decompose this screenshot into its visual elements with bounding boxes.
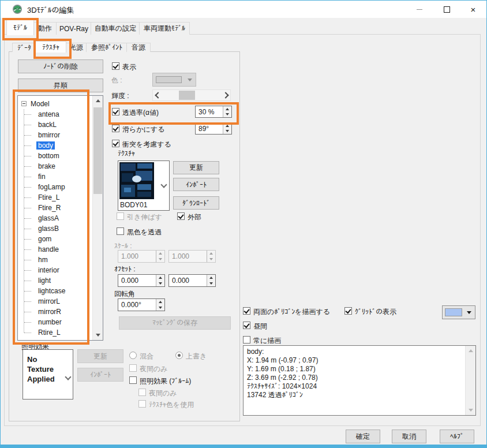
tab-vehicle-dynamics[interactable]: 車両運動ﾓﾃﾞﾙ [139,22,190,35]
stretch-label: 引き伸ばす [127,212,162,222]
tree-item-foglamp[interactable]: fogLamp [21,182,91,192]
rotation-spinner[interactable]: 0.000° [118,298,165,311]
tree-item-lightcase[interactable]: lightcase [21,286,91,296]
tab-motion[interactable]: 動作 [33,22,57,35]
tab-povray[interactable]: POV-Ray [56,22,92,35]
tab-model[interactable]: ﾓﾃﾞﾙ [6,20,34,35]
texture-preview-image [119,162,154,199]
scroll-down-icon[interactable] [466,405,475,415]
scroll-left-icon[interactable] [153,90,163,100]
scroll-down-icon[interactable] [93,330,103,340]
tab-sound-source[interactable]: 音源 [126,43,151,52]
tree-item-ftire-r[interactable]: Ftire_R [21,203,91,213]
transparency-spinner[interactable]: 30 % [195,106,232,118]
tree-item-light[interactable]: light [21,275,91,286]
tree-item-rtire-l[interactable]: Rtire_L [21,327,91,338]
scale-label: ｽｹｰﾙ : [114,242,132,250]
brightness-thumb[interactable] [179,91,195,100]
external-checkbox[interactable] [177,212,185,220]
collision-checkbox[interactable] [112,140,119,147]
show-label: 表示 [122,62,136,72]
collision-label: 衝突を考慮する [122,140,171,150]
scroll-right-icon[interactable] [220,90,230,100]
scroll-up-icon[interactable] [93,96,103,106]
show-checkbox[interactable] [112,62,119,70]
tab-car-settings[interactable]: 自動車の設定 [91,22,140,35]
texture-update-button[interactable]: 更新 [173,161,219,174]
spin-up-icon[interactable] [207,275,215,281]
both-sides-checkbox[interactable] [243,307,250,315]
texture-import-button[interactable]: ｲﾝﾎﾟｰﾄ [173,178,219,191]
brightness-label: 輝度 : [111,91,129,101]
brightness-scrollbar[interactable] [152,89,231,101]
offset-y-spinner[interactable]: 0.000 [168,274,216,287]
transparency-checkbox[interactable] [112,108,119,115]
spin-up-icon[interactable] [223,123,231,129]
spin-down-icon[interactable] [156,281,164,286]
model-info-box[interactable]: body: X: 1.94 m (-0.97 ; 0.97) Y: 1.69 m… [243,345,476,416]
smooth-checkbox[interactable] [112,125,119,132]
tree-item-hm[interactable]: hm [21,255,91,265]
tree-item-body-selected[interactable]: body [21,140,91,151]
tab-light-source[interactable]: 光源 [65,43,87,52]
tree-root-row[interactable]: Model [21,99,50,109]
delete-node-button[interactable]: ﾉｰﾄﾞの削除 [18,59,103,73]
tree-item-number[interactable]: number [21,317,91,327]
tree-item-handle[interactable]: handle [21,244,91,255]
close-button[interactable]: × [460,1,486,18]
app-icon [12,4,23,14]
offset-x-spinner[interactable]: 0.000 [118,274,165,287]
texture-select-box[interactable]: BODY01 [118,160,170,211]
tree-item-glassa[interactable]: glassA [21,213,91,223]
sort-ascending-button[interactable]: 昇順 [18,79,103,92]
spin-up-icon[interactable] [156,275,164,281]
spin-down-icon[interactable] [207,281,215,286]
tree-item-interior[interactable]: interior [21,265,91,275]
tree-item-backl[interactable]: backL [21,120,91,130]
model-tree[interactable]: Model antena backL bmirror body bottom b… [17,95,103,341]
bloom-checkbox[interactable] [129,376,137,384]
tree-scrollbar[interactable] [92,96,103,340]
scrollbar-thumb[interactable] [93,107,102,194]
minimize-button[interactable] [406,1,433,18]
spin-up-icon[interactable] [223,106,231,112]
chevron-down-icon [467,311,471,314]
spin-up-icon[interactable] [156,299,164,305]
tree-item-glassb[interactable]: glassB [21,223,91,234]
smooth-angle-spinner[interactable]: 89° [195,122,232,135]
info-scrollbar[interactable] [465,346,475,415]
texture-name: BODY01 [120,201,147,209]
confirm-button[interactable]: 確定 [346,430,380,443]
tree-item-mirrorl[interactable]: mirrorL [21,296,91,307]
help-button[interactable]: ﾍﾙﾌﾟ [440,430,474,443]
tree-item-bmirror[interactable]: bmirror [21,130,91,140]
tree-item-brake[interactable]: brake [21,161,91,171]
tab-reference-point[interactable]: 参照ﾎﾟｲﾝﾄ [86,43,128,52]
tree-collapse-icon[interactable] [21,101,27,106]
tree-item-antena[interactable]: antena [21,109,91,120]
chevron-down-icon[interactable] [66,372,70,382]
black-transparent-checkbox[interactable] [117,227,124,235]
daytime-checkbox[interactable] [243,322,250,329]
tree-item-bottom[interactable]: bottom [21,151,91,161]
tree-item-fin[interactable]: fin [21,171,91,182]
scroll-up-icon[interactable] [466,346,475,356]
show-grid-checkbox[interactable] [344,307,352,315]
spin-down-icon[interactable] [223,112,231,118]
both-sides-label: 両面のﾎﾟﾘｺﾞﾝを描画する [253,307,330,317]
background-color-dropdown[interactable] [442,305,475,319]
lighting-texture-preview[interactable]: No Texture Applied [23,349,73,400]
cancel-button[interactable]: 取消 [392,430,426,443]
always-draw-checkbox[interactable] [243,336,250,344]
spin-down-icon[interactable] [223,129,231,135]
chevron-down-icon[interactable] [162,181,166,189]
texture-download-button[interactable]: ﾀﾞｳﾝﾛｰﾄﾞ [173,196,219,210]
tree-item-gom[interactable]: gom [21,234,91,244]
tab-texture[interactable]: ﾃｸｽﾁｬ [35,41,66,53]
tree-item-mirrorr[interactable]: mirrorR [21,307,91,317]
tree-item-ftire-l[interactable]: Ftire_L [21,192,91,203]
mix-radio [129,352,137,359]
spin-down-icon[interactable] [156,305,164,311]
maximize-button[interactable] [433,1,460,18]
tab-data[interactable]: ﾃﾞｰﾀ [12,43,36,52]
